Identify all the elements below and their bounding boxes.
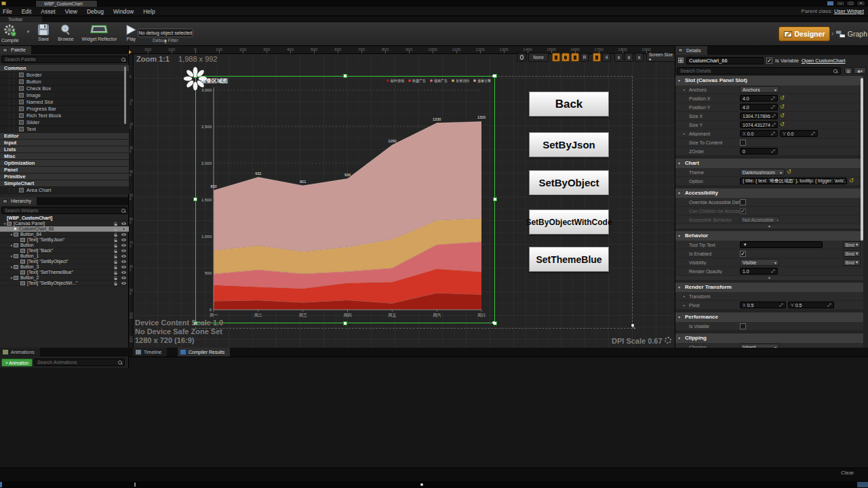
palette-section-misc[interactable]: Misc <box>0 153 129 160</box>
tutorial-icon[interactable] <box>827 1 833 5</box>
hierarchy-row--text-setbyobjectwi-[interactable]: [Text] "SetByObjectWi..." <box>0 281 129 286</box>
palette-section-input[interactable]: Input <box>0 140 129 146</box>
lock-icon[interactable] <box>114 243 118 248</box>
compile-options-caret[interactable]: ▾ <box>27 29 30 35</box>
lock-icon[interactable] <box>114 249 118 253</box>
column-view-button[interactable]: ▥ <box>844 67 852 74</box>
view-options-button[interactable]: ◉▾ <box>854 67 866 74</box>
hierarchy-row--text-setbyobject-[interactable]: [Text] "SetByObject" <box>0 259 129 264</box>
open-customchart-link[interactable]: Open CustomChart <box>802 58 846 64</box>
eye-icon[interactable] <box>121 260 127 264</box>
debug-object-dropdown[interactable]: No debug object selected ▾ <box>138 28 193 37</box>
taskbar-item[interactable] <box>420 483 423 486</box>
designer-mode-button[interactable]: Designer <box>778 26 830 41</box>
section-header[interactable]: Chart <box>675 159 863 168</box>
value-field[interactable]: 0 <box>740 148 778 155</box>
lock-icon[interactable] <box>114 238 118 243</box>
palette-item-slider[interactable]: ⋮⋮Slider <box>0 119 129 126</box>
menu-help[interactable]: Help <box>143 8 155 15</box>
palette-tab[interactable]: Palette <box>0 46 31 54</box>
section-header[interactable]: Performance <box>675 312 863 322</box>
value-field[interactable]: 4.0 <box>740 95 778 102</box>
eye-icon[interactable] <box>121 265 127 269</box>
eye-icon[interactable] <box>121 232 127 237</box>
value-field[interactable]: Y0.5 <box>788 302 834 308</box>
canvas-button-setthemeblue[interactable]: SetThemeBlue <box>529 247 609 272</box>
expand-arrow-icon[interactable]: ▸ <box>684 87 686 92</box>
palette-item-button[interactable]: ⋮⋮Button <box>0 79 129 85</box>
palette-search-input[interactable] <box>1 56 127 63</box>
spin-handle-icon[interactable] <box>771 131 775 136</box>
palette-item-border[interactable]: ⋮⋮Border <box>0 72 129 79</box>
menu-asset[interactable]: Asset <box>41 8 55 15</box>
hierarchy-row-button-84[interactable]: ▾Button_84 <box>0 232 129 237</box>
spin-handle-icon[interactable] <box>827 303 831 307</box>
eye-icon[interactable] <box>121 243 127 247</box>
clear-button[interactable]: Clear <box>841 470 854 476</box>
palette-item-progress-bar[interactable]: ⋮⋮Progress Bar <box>0 106 129 113</box>
eye-icon[interactable] <box>121 276 127 280</box>
spin-handle-icon[interactable] <box>772 123 776 127</box>
value-field[interactable]: Not Accessible▾ <box>740 216 779 223</box>
bind-button[interactable]: Bind▾ <box>843 259 861 266</box>
lock-icon[interactable] <box>114 281 118 286</box>
revert-to-default-icon[interactable]: ↺ <box>780 113 785 119</box>
menu-window[interactable]: Window <box>113 8 134 15</box>
add-animation-button[interactable]: + Animation <box>1 359 33 367</box>
bind-button[interactable]: Bind▾ <box>843 241 861 248</box>
details-search-input[interactable] <box>677 67 841 75</box>
revert-to-default-icon[interactable]: ↺ <box>780 122 785 127</box>
palette-section-editor[interactable]: Editor <box>0 133 129 140</box>
widget-name-field[interactable] <box>686 57 764 64</box>
expand-arrow-icon[interactable]: ▸ <box>684 131 686 136</box>
maximize-button[interactable]: □ <box>846 1 855 6</box>
menu-file[interactable]: File <box>3 8 12 15</box>
graph-mode-button[interactable]: Graph <box>836 28 867 40</box>
value-field[interactable]: Visible▾ <box>740 259 779 266</box>
expand-arrow-icon[interactable]: ▸ <box>684 294 686 298</box>
value-field[interactable]: Anchors▾ <box>740 86 779 93</box>
lock-icon[interactable] <box>114 232 118 237</box>
minimize-button[interactable]: – <box>836 1 845 6</box>
taskbar-item[interactable] <box>134 483 136 487</box>
toolbar-tab[interactable]: Toolbar <box>0 16 42 22</box>
save-button[interactable]: Save <box>37 24 50 41</box>
eye-icon[interactable] <box>121 222 127 226</box>
value-field[interactable]: { title: { text: '堆叠区域图' }, tooltip: { t… <box>740 178 847 184</box>
hierarchy-row-button-2[interactable]: ▾Button_2 <box>0 275 129 281</box>
hierarchy-row-button-3[interactable]: ▾Button_3 <box>0 264 129 270</box>
timeline-tab[interactable]: Timeline <box>133 348 167 357</box>
eye-icon[interactable] <box>121 227 127 231</box>
designer-canvas[interactable]: 2001000100200300400500600700800900100011… <box>129 46 675 348</box>
section-header[interactable]: Slot (Canvas Panel Slot) <box>675 76 863 85</box>
spin-handle-icon[interactable] <box>772 114 776 118</box>
revert-to-default-icon[interactable]: ↺ <box>780 104 785 110</box>
expand-arrow-icon[interactable]: ▸ <box>684 303 686 307</box>
play-button[interactable]: Play <box>125 24 137 41</box>
hierarchy-search-input[interactable] <box>1 207 127 214</box>
spin-handle-icon[interactable] <box>811 131 815 136</box>
checkbox[interactable]: ✓ <box>740 251 746 257</box>
palette-scrollbar[interactable] <box>124 66 126 124</box>
animations-search-input[interactable] <box>34 359 125 366</box>
lock-icon[interactable] <box>114 260 118 264</box>
eye-icon[interactable] <box>121 270 127 274</box>
revert-to-default-icon[interactable]: ↺ <box>849 178 854 184</box>
palette-item-area-chart[interactable]: ⋮⋮Area Chart <box>0 187 129 194</box>
palette-item-named-slot[interactable]: ⋮⋮Named Slot <box>0 99 129 106</box>
section-header[interactable]: Render Transform <box>675 283 863 292</box>
canvas-button-back[interactable]: Back <box>529 92 609 117</box>
hierarchy-row-button[interactable]: ▾Button <box>0 243 129 248</box>
checkbox[interactable] <box>740 140 746 146</box>
menu-view[interactable]: View <box>65 8 77 15</box>
compile-button[interactable]: Compile <box>1 24 19 43</box>
spin-handle-icon[interactable] <box>771 269 775 273</box>
close-button[interactable]: × <box>856 1 865 6</box>
widget-reflector-button[interactable]: Widget Reflector <box>82 24 117 41</box>
browse-button[interactable]: Browse <box>58 24 73 41</box>
palette-section-panel[interactable]: Panel <box>0 167 129 174</box>
eye-icon[interactable] <box>121 281 127 285</box>
revert-to-default-icon[interactable]: ↺ <box>780 96 785 101</box>
palette-item-text[interactable]: ⋮⋮Text <box>0 126 129 133</box>
section-header[interactable]: Clipping <box>675 333 863 343</box>
